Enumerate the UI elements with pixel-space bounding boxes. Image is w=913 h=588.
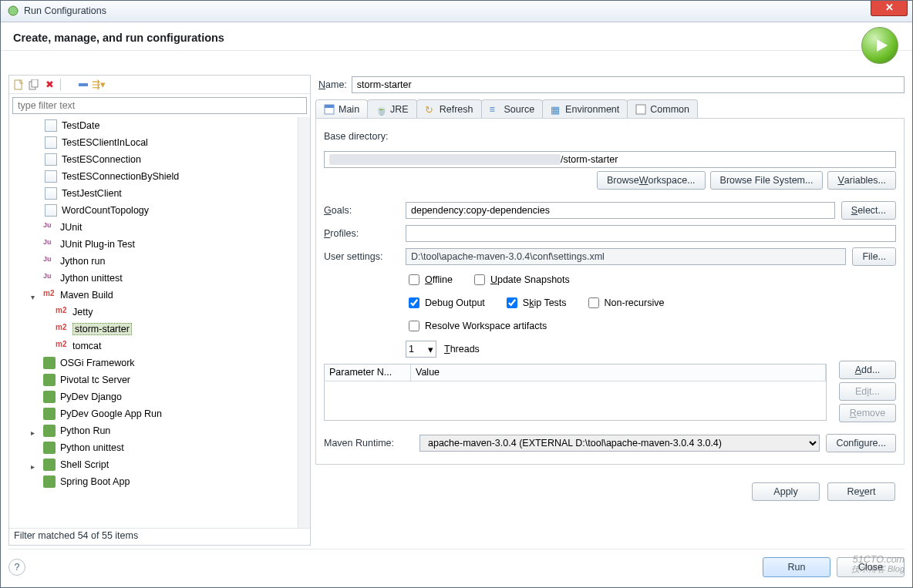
- name-label: Name:: [318, 79, 347, 90]
- tree-item-maven[interactable]: m2Maven Build: [9, 287, 310, 304]
- tab-main[interactable]: Main: [315, 99, 368, 118]
- tree-item[interactable]: m2tomcat: [9, 338, 310, 354]
- goals-input[interactable]: [406, 202, 835, 219]
- param-value-col[interactable]: Value: [411, 365, 826, 381]
- dialog-window: Run Configurations ✕ Create, manage, and…: [0, 0, 913, 588]
- non-recursive-checkbox[interactable]: Non-recursive: [585, 295, 665, 311]
- maven-runtime-label: Maven Runtime:: [324, 438, 413, 449]
- tab-jre[interactable]: 🍵JRE: [367, 99, 417, 118]
- collapse-icon[interactable]: [77, 79, 89, 91]
- delete-icon[interactable]: ✖: [43, 79, 56, 91]
- browse-workspace-button[interactable]: Browse Workspace...: [597, 171, 706, 190]
- duplicate-icon[interactable]: [28, 79, 40, 91]
- dialog-footer: ? Run Close: [8, 549, 905, 580]
- python-icon: [43, 425, 56, 437]
- filter-status: Filter matched 54 of 55 items: [9, 528, 310, 545]
- revert-button[interactable]: Revert: [827, 482, 895, 501]
- apply-button[interactable]: Apply: [752, 482, 820, 501]
- tree-item[interactable]: PyDev Google App Run: [9, 405, 310, 422]
- refresh-tab-icon: ↻: [425, 104, 436, 115]
- window-title: Run Configurations: [24, 5, 106, 16]
- name-input[interactable]: [352, 76, 905, 93]
- tree-item[interactable]: JuJython run: [9, 253, 310, 270]
- remove-param-button[interactable]: Remove: [839, 404, 896, 422]
- tree-item[interactable]: PyDev Django: [9, 388, 310, 405]
- variables-button[interactable]: Variables...: [827, 171, 896, 190]
- resolve-ws-checkbox[interactable]: Resolve Workspace artifacts: [406, 318, 547, 334]
- header-title: Create, manage, and run configurations: [13, 32, 900, 44]
- tree-item[interactable]: TestJestClient: [9, 185, 310, 202]
- filter-input[interactable]: [12, 97, 307, 114]
- select-goals-button[interactable]: Select...: [841, 201, 896, 220]
- add-param-button[interactable]: Add...: [839, 361, 896, 379]
- toolbar: ✖ ⇶▾: [9, 76, 310, 94]
- svg-point-0: [8, 6, 18, 15]
- base-dir-input[interactable]: /storm-starter: [324, 151, 896, 168]
- tree-item[interactable]: OSGi Framework: [9, 354, 310, 371]
- window-close-button[interactable]: ✕: [871, 1, 908, 16]
- tree-item[interactable]: Shell Script: [9, 456, 310, 473]
- maven-icon: m2: [56, 306, 68, 318]
- tree-item[interactable]: TestESClientInLocal: [9, 134, 310, 151]
- titlebar: Run Configurations ✕: [1, 1, 912, 22]
- svg-rect-1: [15, 80, 22, 89]
- parameters-table[interactable]: Parameter N... Value: [324, 364, 827, 421]
- spring-icon: [43, 475, 56, 488]
- tab-environment[interactable]: ▦Environment: [542, 99, 628, 118]
- junit-plugin-icon: Ju: [43, 238, 56, 250]
- tree-item[interactable]: Python Run: [9, 422, 310, 439]
- tabs: Main 🍵JRE ↻Refresh ≡Source ▦Environment …: [315, 98, 905, 118]
- tree-item[interactable]: TestESConnection: [9, 151, 310, 168]
- java-file-icon: [45, 153, 57, 166]
- file-button[interactable]: File...: [852, 247, 896, 266]
- tab-refresh[interactable]: ↻Refresh: [416, 99, 482, 118]
- java-file-icon: [45, 170, 57, 183]
- new-config-icon[interactable]: [12, 79, 25, 91]
- tree-item[interactable]: Spring Boot App: [9, 473, 310, 490]
- tree-item[interactable]: m2storm-starter: [9, 321, 310, 338]
- tree-item[interactable]: JuJUnit: [9, 219, 310, 236]
- edit-param-button[interactable]: Edit...: [839, 382, 896, 401]
- watermark: 51CTO.com技术博客 Blog: [851, 551, 905, 573]
- filter-icon[interactable]: ⇶▾: [93, 79, 105, 91]
- tab-source[interactable]: ≡Source: [481, 99, 544, 118]
- run-button[interactable]: Run: [763, 557, 830, 577]
- base-dir-label: Base directory:: [324, 131, 388, 142]
- tab-common[interactable]: Common: [627, 99, 698, 118]
- tree-item[interactable]: TestESConnectionByShield: [9, 168, 310, 185]
- param-name-col[interactable]: Parameter N...: [325, 365, 411, 381]
- osgi-icon: [43, 357, 56, 369]
- chevron-down-icon: ▾: [428, 344, 433, 355]
- help-button[interactable]: ?: [8, 559, 25, 576]
- user-settings-label: User settings:: [324, 251, 399, 262]
- env-tab-icon: ▦: [551, 104, 561, 115]
- tree-item[interactable]: JuJUnit Plug-in Test: [9, 236, 310, 253]
- skip-tests-checkbox[interactable]: Skip Tests: [504, 295, 567, 311]
- java-file-icon: [45, 136, 57, 149]
- tree-item[interactable]: WordCountTopology: [9, 202, 310, 219]
- maven-runtime-select[interactable]: apache-maven-3.0.4 (EXTERNAL D:\tool\apa…: [419, 435, 820, 452]
- junit-icon: Ju: [43, 221, 56, 234]
- threads-spinner[interactable]: 1▾: [406, 341, 436, 358]
- browse-filesystem-button[interactable]: Browse File System...: [710, 171, 824, 190]
- tree-item[interactable]: Python unittest: [9, 439, 310, 456]
- main-tab-icon: [324, 104, 335, 115]
- shell-icon: [43, 459, 56, 471]
- update-snapshots-checkbox[interactable]: Update Snapshots: [471, 272, 570, 287]
- filter-box: [12, 97, 307, 114]
- tree-item[interactable]: m2Jetty: [9, 304, 310, 321]
- config-tree[interactable]: TestDateTestESClientInLocalTestESConnect…: [9, 117, 310, 528]
- configure-runtime-button[interactable]: Configure...: [826, 434, 896, 452]
- tree-item[interactable]: TestDate: [9, 117, 310, 134]
- python-icon: [43, 442, 56, 454]
- tree-item[interactable]: JuJython unittest: [9, 270, 310, 287]
- svg-rect-6: [325, 105, 334, 108]
- tree-item[interactable]: Pivotal tc Server: [9, 371, 310, 388]
- offline-checkbox[interactable]: Offline: [406, 272, 453, 287]
- debug-output-checkbox[interactable]: Debug Output: [406, 295, 485, 311]
- dialog-header: Create, manage, and run configurations: [1, 22, 912, 51]
- tree-scrollbar[interactable]: [298, 117, 310, 528]
- user-settings-input[interactable]: [406, 248, 846, 265]
- profiles-input[interactable]: [406, 225, 896, 242]
- maven-icon: m2: [56, 323, 68, 335]
